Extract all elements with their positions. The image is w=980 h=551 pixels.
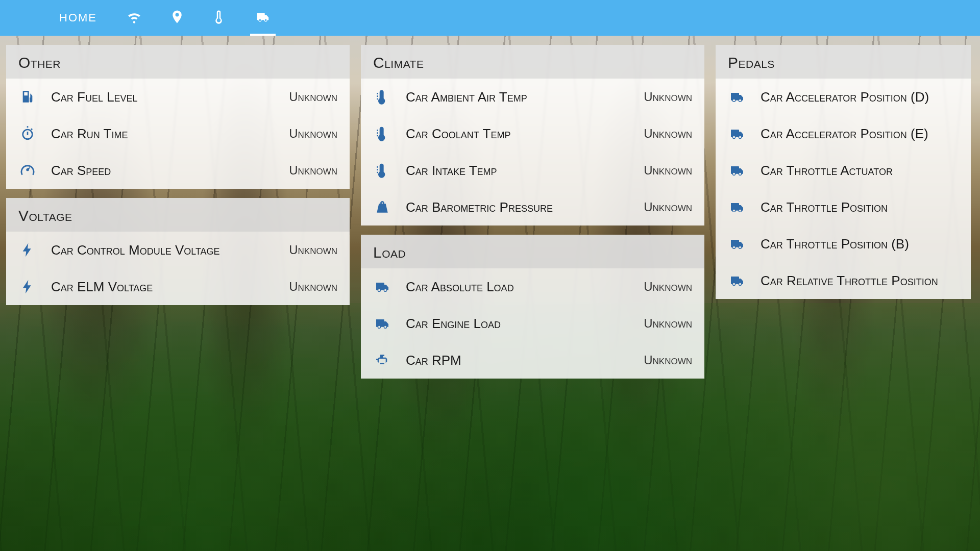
wifi-icon: [127, 9, 142, 27]
card-title: Voltage: [6, 198, 350, 232]
top-tab-bar: HOME: [0, 0, 980, 36]
weight-icon: [373, 198, 391, 216]
row-value: Unknown: [644, 200, 692, 214]
row-label: Car Throttle Position (B): [761, 236, 944, 252]
row-label: Car Speed: [51, 163, 275, 179]
dashboard-columns: Other Car Fuel Level Unknown Car Run Tim…: [0, 36, 980, 379]
row-value: Unknown: [644, 280, 692, 294]
card-pedals: Pedals Car Accelerator Position (D) Car …: [716, 45, 971, 299]
row-label: Car ELM Voltage: [51, 279, 275, 295]
tab-home[interactable]: HOME: [56, 0, 100, 36]
stopwatch-icon: [18, 124, 37, 143]
card-title: Other: [6, 45, 350, 79]
tab-wifi[interactable]: [126, 9, 143, 27]
van-icon: [728, 235, 746, 253]
van-icon: [373, 278, 391, 296]
row-value: Unknown: [644, 90, 692, 104]
row-intake-temp[interactable]: Car Intake Temp Unknown: [361, 152, 704, 189]
row-label: Car Accelerator Position (E): [761, 126, 944, 142]
card-other: Other Car Fuel Level Unknown Car Run Tim…: [6, 45, 350, 189]
location-icon: [169, 9, 185, 27]
card-title: Climate: [361, 45, 704, 79]
row-throttle-pos[interactable]: Car Throttle Position: [716, 189, 971, 226]
row-label: Car Relative Throttle Position: [761, 273, 944, 289]
row-value: Unknown: [644, 163, 692, 178]
tab-thermometer[interactable]: [211, 9, 229, 27]
row-label: Car Throttle Position: [761, 199, 944, 215]
bolt-icon: [18, 241, 37, 259]
engine-icon: [373, 351, 391, 369]
column-2: Pedals Car Accelerator Position (D) Car …: [716, 45, 971, 299]
temp-icon: [373, 88, 391, 106]
row-baro-pressure[interactable]: Car Barometric Pressure Unknown: [361, 189, 704, 226]
van-icon: [728, 161, 746, 180]
fuel-icon: [18, 88, 37, 106]
row-value: Unknown: [289, 127, 337, 141]
row-elm-voltage[interactable]: Car ELM Voltage Unknown: [6, 268, 350, 305]
row-label: Car Run Time: [51, 126, 275, 142]
row-label: Car Accelerator Position (D): [761, 89, 944, 105]
row-value: Unknown: [644, 316, 692, 331]
row-value: Unknown: [289, 280, 337, 294]
van-icon: [373, 314, 391, 333]
row-label: Car RPM: [406, 353, 629, 368]
row-label: Car Intake Temp: [406, 163, 629, 179]
column-0: Other Car Fuel Level Unknown Car Run Tim…: [6, 45, 350, 305]
row-ambient-temp[interactable]: Car Ambient Air Temp Unknown: [361, 79, 704, 115]
bolt-icon: [18, 278, 37, 296]
row-label: Car Coolant Temp: [406, 126, 629, 142]
row-value: Unknown: [289, 163, 337, 178]
van-icon: [728, 124, 746, 143]
row-label: Car Throttle Actuator: [761, 163, 944, 179]
row-value: Unknown: [644, 353, 692, 367]
row-rel-throttle[interactable]: Car Relative Throttle Position: [716, 262, 971, 299]
row-value: Unknown: [289, 243, 337, 257]
row-throttle-actuator[interactable]: Car Throttle Actuator: [716, 152, 971, 189]
column-1: Climate Car Ambient Air Temp Unknown Car…: [361, 45, 704, 379]
van-icon: [255, 9, 271, 27]
tab-location[interactable]: [168, 9, 186, 27]
row-engine-load[interactable]: Car Engine Load Unknown: [361, 305, 704, 342]
row-coolant-temp[interactable]: Car Coolant Temp Unknown: [361, 115, 704, 152]
row-control-voltage[interactable]: Car Control Module Voltage Unknown: [6, 232, 350, 268]
row-value: Unknown: [644, 127, 692, 141]
van-icon: [728, 271, 746, 290]
card-climate: Climate Car Ambient Air Temp Unknown Car…: [361, 45, 704, 226]
row-label: Car Absolute Load: [406, 279, 629, 295]
tab-vehicle[interactable]: [254, 9, 272, 27]
van-icon: [728, 88, 746, 106]
van-icon: [728, 198, 746, 216]
temp-icon: [373, 161, 391, 180]
row-label: Car Engine Load: [406, 316, 629, 332]
gauge-icon: [18, 161, 37, 180]
row-fuel-level[interactable]: Car Fuel Level Unknown: [6, 79, 350, 115]
temp-icon: [373, 124, 391, 143]
thermometer-icon: [212, 9, 228, 27]
row-rpm[interactable]: Car RPM Unknown: [361, 342, 704, 379]
card-voltage: Voltage Car Control Module Voltage Unkno…: [6, 198, 350, 305]
card-title: Load: [361, 235, 704, 268]
row-label: Car Ambient Air Temp: [406, 89, 629, 105]
row-accel-d[interactable]: Car Accelerator Position (D): [716, 79, 971, 115]
row-value: Unknown: [289, 90, 337, 104]
row-label: Car Fuel Level: [51, 89, 275, 105]
row-accel-e[interactable]: Car Accelerator Position (E): [716, 115, 971, 152]
card-load: Load Car Absolute Load Unknown Car Engin…: [361, 235, 704, 379]
card-title: Pedals: [716, 45, 971, 79]
row-run-time[interactable]: Car Run Time Unknown: [6, 115, 350, 152]
row-label: Car Control Module Voltage: [51, 242, 275, 258]
row-label: Car Barometric Pressure: [406, 199, 629, 215]
row-absolute-load[interactable]: Car Absolute Load Unknown: [361, 268, 704, 305]
row-throttle-pos-b[interactable]: Car Throttle Position (B): [716, 226, 971, 262]
tab-home-label: HOME: [59, 11, 97, 24]
row-speed[interactable]: Car Speed Unknown: [6, 152, 350, 189]
